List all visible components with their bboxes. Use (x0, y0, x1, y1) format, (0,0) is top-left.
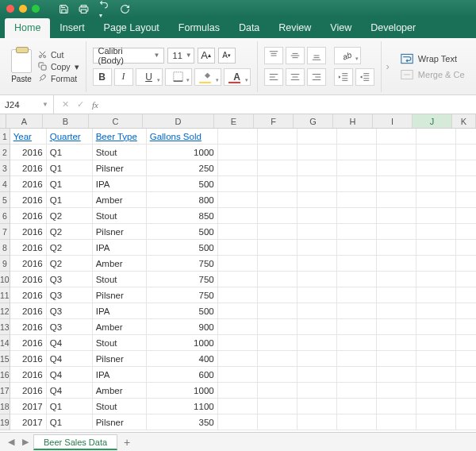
cell[interactable] (258, 399, 298, 414)
cell[interactable] (218, 145, 258, 160)
cell[interactable] (258, 272, 298, 287)
cell[interactable]: 1000 (147, 383, 218, 399)
sheet-nav-next[interactable]: ▶ (19, 437, 32, 447)
cell[interactable]: 2016 (10, 160, 47, 176)
spreadsheet-grid[interactable]: 12345678910111213141516171819 YearQuarte… (0, 129, 476, 430)
cell[interactable] (456, 129, 476, 145)
cell[interactable]: Beer Type (93, 129, 147, 145)
cell[interactable]: Q3 (47, 319, 93, 335)
cell[interactable] (337, 303, 377, 319)
cell[interactable] (377, 192, 416, 208)
cell[interactable] (258, 414, 298, 430)
cell[interactable]: 400 (147, 351, 218, 367)
cell[interactable] (337, 145, 377, 160)
cell[interactable] (258, 224, 298, 240)
align-top-button[interactable] (264, 47, 283, 64)
cell[interactable]: Pilsner (93, 287, 147, 303)
repeat-icon[interactable] (120, 4, 130, 14)
row-header[interactable]: 3 (0, 160, 10, 176)
cell[interactable] (218, 414, 258, 430)
cell[interactable] (456, 208, 476, 224)
cell[interactable]: Amber (93, 192, 147, 208)
row-header[interactable]: 1 (0, 129, 10, 145)
cell[interactable]: IPA (93, 240, 147, 256)
cell[interactable] (258, 351, 298, 367)
cell[interactable]: Q2 (47, 224, 93, 240)
cell[interactable] (298, 351, 337, 367)
cell[interactable] (456, 160, 476, 176)
orientation-button[interactable]: ab▾ (334, 47, 361, 64)
cell[interactable] (416, 272, 456, 287)
font-name-combo[interactable]: Calibri (Body)▼ (93, 48, 164, 64)
copy-button[interactable]: Copy ▾ (38, 62, 79, 71)
cell[interactable] (258, 240, 298, 256)
cell[interactable]: Q2 (47, 240, 93, 256)
column-header-F[interactable]: F (254, 114, 294, 128)
align-center-button[interactable] (286, 68, 305, 86)
cell[interactable] (298, 129, 337, 145)
cell[interactable] (298, 208, 337, 224)
cell[interactable] (337, 319, 377, 335)
cell[interactable] (258, 383, 298, 399)
cell[interactable] (377, 319, 416, 335)
cell[interactable]: 2016 (10, 256, 47, 272)
cell[interactable]: Q2 (47, 256, 93, 272)
cell[interactable] (377, 272, 416, 287)
cell[interactable] (416, 367, 456, 383)
cell[interactable]: 2017 (10, 414, 47, 430)
cell[interactable]: Q4 (47, 335, 93, 351)
select-all-corner[interactable] (0, 114, 6, 128)
cell[interactable]: 2016 (10, 176, 47, 192)
cell[interactable]: 2016 (10, 287, 47, 303)
cell[interactable] (298, 287, 337, 303)
cell[interactable] (218, 383, 258, 399)
cell[interactable] (377, 208, 416, 224)
cell[interactable] (258, 176, 298, 192)
cell[interactable]: Stout (93, 272, 147, 287)
cell[interactable] (298, 176, 337, 192)
cell[interactable] (298, 303, 337, 319)
bold-button[interactable]: B (93, 68, 112, 86)
tab-page-layout[interactable]: Page Layout (94, 18, 169, 38)
cell[interactable] (218, 129, 258, 145)
cell[interactable]: Q3 (47, 287, 93, 303)
cell[interactable]: Stout (93, 145, 147, 160)
cell[interactable] (456, 192, 476, 208)
cell[interactable]: Q1 (47, 399, 93, 414)
cell[interactable] (218, 303, 258, 319)
cell[interactable] (218, 208, 258, 224)
cell[interactable] (416, 335, 456, 351)
cell[interactable] (298, 335, 337, 351)
cell[interactable] (416, 240, 456, 256)
cell[interactable] (218, 351, 258, 367)
cell[interactable] (456, 414, 476, 430)
cell[interactable] (377, 129, 416, 145)
cell[interactable] (416, 208, 456, 224)
cell[interactable] (298, 240, 337, 256)
cell[interactable]: Q2 (47, 208, 93, 224)
name-box[interactable]: J24▼ (0, 95, 54, 114)
row-header[interactable]: 19 (0, 414, 10, 430)
cell[interactable]: 250 (147, 160, 218, 176)
cell[interactable] (218, 224, 258, 240)
cell[interactable] (416, 160, 456, 176)
cell[interactable] (337, 287, 377, 303)
cell[interactable] (416, 224, 456, 240)
tab-formulas[interactable]: Formulas (169, 18, 229, 38)
cell[interactable]: Q4 (47, 367, 93, 383)
cell[interactable]: IPA (93, 176, 147, 192)
cell[interactable] (456, 335, 476, 351)
cell[interactable]: 750 (147, 287, 218, 303)
cell[interactable] (258, 192, 298, 208)
tab-data[interactable]: Data (229, 18, 269, 38)
cell[interactable] (377, 399, 416, 414)
cell[interactable]: Stout (93, 208, 147, 224)
cell[interactable] (416, 256, 456, 272)
cell[interactable] (298, 160, 337, 176)
font-size-combo[interactable]: 11▼ (167, 48, 194, 64)
cell[interactable] (298, 319, 337, 335)
cell[interactable] (377, 176, 416, 192)
cell[interactable] (416, 192, 456, 208)
cell[interactable] (456, 383, 476, 399)
cell[interactable] (258, 129, 298, 145)
